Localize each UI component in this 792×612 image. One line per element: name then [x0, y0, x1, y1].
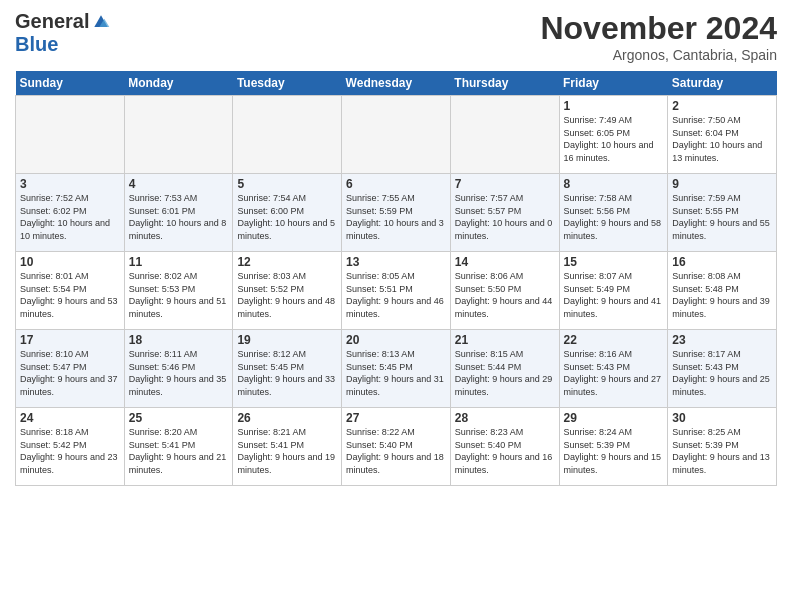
- calendar-day: 5Sunrise: 7:54 AM Sunset: 6:00 PM Daylig…: [233, 174, 342, 252]
- day-info: Sunrise: 7:59 AM Sunset: 5:55 PM Dayligh…: [672, 192, 772, 242]
- calendar-day: [124, 96, 233, 174]
- location: Argonos, Cantabria, Spain: [540, 47, 777, 63]
- day-number: 13: [346, 255, 446, 269]
- day-info: Sunrise: 7:50 AM Sunset: 6:04 PM Dayligh…: [672, 114, 772, 164]
- day-info: Sunrise: 8:18 AM Sunset: 5:42 PM Dayligh…: [20, 426, 120, 476]
- day-number: 21: [455, 333, 555, 347]
- day-info: Sunrise: 8:08 AM Sunset: 5:48 PM Dayligh…: [672, 270, 772, 320]
- day-info: Sunrise: 8:22 AM Sunset: 5:40 PM Dayligh…: [346, 426, 446, 476]
- calendar-day: 17Sunrise: 8:10 AM Sunset: 5:47 PM Dayli…: [16, 330, 125, 408]
- day-info: Sunrise: 8:02 AM Sunset: 5:53 PM Dayligh…: [129, 270, 229, 320]
- day-number: 5: [237, 177, 337, 191]
- col-tuesday: Tuesday: [233, 71, 342, 96]
- day-info: Sunrise: 8:20 AM Sunset: 5:41 PM Dayligh…: [129, 426, 229, 476]
- calendar-week-1: 1Sunrise: 7:49 AM Sunset: 6:05 PM Daylig…: [16, 96, 777, 174]
- calendar-day: 13Sunrise: 8:05 AM Sunset: 5:51 PM Dayli…: [342, 252, 451, 330]
- day-info: Sunrise: 8:10 AM Sunset: 5:47 PM Dayligh…: [20, 348, 120, 398]
- col-sunday: Sunday: [16, 71, 125, 96]
- day-number: 16: [672, 255, 772, 269]
- logo-icon: [91, 12, 111, 32]
- col-wednesday: Wednesday: [342, 71, 451, 96]
- day-info: Sunrise: 8:17 AM Sunset: 5:43 PM Dayligh…: [672, 348, 772, 398]
- calendar-day: 27Sunrise: 8:22 AM Sunset: 5:40 PM Dayli…: [342, 408, 451, 486]
- calendar-day: 28Sunrise: 8:23 AM Sunset: 5:40 PM Dayli…: [450, 408, 559, 486]
- calendar-week-2: 3Sunrise: 7:52 AM Sunset: 6:02 PM Daylig…: [16, 174, 777, 252]
- day-number: 9: [672, 177, 772, 191]
- col-thursday: Thursday: [450, 71, 559, 96]
- day-number: 4: [129, 177, 229, 191]
- day-info: Sunrise: 7:57 AM Sunset: 5:57 PM Dayligh…: [455, 192, 555, 242]
- month-title: November 2024: [540, 10, 777, 47]
- day-number: 20: [346, 333, 446, 347]
- day-number: 8: [564, 177, 664, 191]
- day-number: 2: [672, 99, 772, 113]
- day-number: 11: [129, 255, 229, 269]
- day-info: Sunrise: 8:12 AM Sunset: 5:45 PM Dayligh…: [237, 348, 337, 398]
- day-info: Sunrise: 7:52 AM Sunset: 6:02 PM Dayligh…: [20, 192, 120, 242]
- calendar-day: 2Sunrise: 7:50 AM Sunset: 6:04 PM Daylig…: [668, 96, 777, 174]
- day-info: Sunrise: 7:58 AM Sunset: 5:56 PM Dayligh…: [564, 192, 664, 242]
- day-info: Sunrise: 7:49 AM Sunset: 6:05 PM Dayligh…: [564, 114, 664, 164]
- calendar-day: 30Sunrise: 8:25 AM Sunset: 5:39 PM Dayli…: [668, 408, 777, 486]
- day-info: Sunrise: 7:53 AM Sunset: 6:01 PM Dayligh…: [129, 192, 229, 242]
- calendar-day: 12Sunrise: 8:03 AM Sunset: 5:52 PM Dayli…: [233, 252, 342, 330]
- logo-blue-text: Blue: [15, 33, 58, 56]
- day-info: Sunrise: 8:23 AM Sunset: 5:40 PM Dayligh…: [455, 426, 555, 476]
- day-info: Sunrise: 8:24 AM Sunset: 5:39 PM Dayligh…: [564, 426, 664, 476]
- day-info: Sunrise: 8:21 AM Sunset: 5:41 PM Dayligh…: [237, 426, 337, 476]
- calendar-day: 11Sunrise: 8:02 AM Sunset: 5:53 PM Dayli…: [124, 252, 233, 330]
- calendar-week-3: 10Sunrise: 8:01 AM Sunset: 5:54 PM Dayli…: [16, 252, 777, 330]
- day-info: Sunrise: 7:55 AM Sunset: 5:59 PM Dayligh…: [346, 192, 446, 242]
- calendar-day: 3Sunrise: 7:52 AM Sunset: 6:02 PM Daylig…: [16, 174, 125, 252]
- day-info: Sunrise: 8:01 AM Sunset: 5:54 PM Dayligh…: [20, 270, 120, 320]
- calendar-day: 7Sunrise: 7:57 AM Sunset: 5:57 PM Daylig…: [450, 174, 559, 252]
- calendar-day: 18Sunrise: 8:11 AM Sunset: 5:46 PM Dayli…: [124, 330, 233, 408]
- logo-general: General: [15, 10, 89, 33]
- day-number: 15: [564, 255, 664, 269]
- calendar-day: 9Sunrise: 7:59 AM Sunset: 5:55 PM Daylig…: [668, 174, 777, 252]
- day-info: Sunrise: 8:05 AM Sunset: 5:51 PM Dayligh…: [346, 270, 446, 320]
- day-info: Sunrise: 8:07 AM Sunset: 5:49 PM Dayligh…: [564, 270, 664, 320]
- col-saturday: Saturday: [668, 71, 777, 96]
- calendar-week-4: 17Sunrise: 8:10 AM Sunset: 5:47 PM Dayli…: [16, 330, 777, 408]
- day-info: Sunrise: 8:16 AM Sunset: 5:43 PM Dayligh…: [564, 348, 664, 398]
- day-number: 18: [129, 333, 229, 347]
- calendar-day: 23Sunrise: 8:17 AM Sunset: 5:43 PM Dayli…: [668, 330, 777, 408]
- day-info: Sunrise: 8:15 AM Sunset: 5:44 PM Dayligh…: [455, 348, 555, 398]
- calendar-day: 1Sunrise: 7:49 AM Sunset: 6:05 PM Daylig…: [559, 96, 668, 174]
- day-number: 3: [20, 177, 120, 191]
- day-number: 30: [672, 411, 772, 425]
- day-info: Sunrise: 8:03 AM Sunset: 5:52 PM Dayligh…: [237, 270, 337, 320]
- day-number: 29: [564, 411, 664, 425]
- header: General Blue November 2024 Argonos, Cant…: [15, 10, 777, 63]
- logo-text: General: [15, 10, 111, 33]
- day-number: 10: [20, 255, 120, 269]
- page-container: General Blue November 2024 Argonos, Cant…: [0, 0, 792, 496]
- calendar-day: 15Sunrise: 8:07 AM Sunset: 5:49 PM Dayli…: [559, 252, 668, 330]
- col-monday: Monday: [124, 71, 233, 96]
- day-number: 25: [129, 411, 229, 425]
- calendar-day: 29Sunrise: 8:24 AM Sunset: 5:39 PM Dayli…: [559, 408, 668, 486]
- calendar-day: 10Sunrise: 8:01 AM Sunset: 5:54 PM Dayli…: [16, 252, 125, 330]
- day-info: Sunrise: 8:11 AM Sunset: 5:46 PM Dayligh…: [129, 348, 229, 398]
- day-number: 6: [346, 177, 446, 191]
- calendar-week-5: 24Sunrise: 8:18 AM Sunset: 5:42 PM Dayli…: [16, 408, 777, 486]
- day-number: 24: [20, 411, 120, 425]
- calendar-day: 20Sunrise: 8:13 AM Sunset: 5:45 PM Dayli…: [342, 330, 451, 408]
- day-number: 23: [672, 333, 772, 347]
- calendar-day: 8Sunrise: 7:58 AM Sunset: 5:56 PM Daylig…: [559, 174, 668, 252]
- logo: General Blue: [15, 10, 111, 56]
- day-number: 17: [20, 333, 120, 347]
- day-info: Sunrise: 8:06 AM Sunset: 5:50 PM Dayligh…: [455, 270, 555, 320]
- day-number: 19: [237, 333, 337, 347]
- day-number: 27: [346, 411, 446, 425]
- day-info: Sunrise: 7:54 AM Sunset: 6:00 PM Dayligh…: [237, 192, 337, 242]
- day-number: 14: [455, 255, 555, 269]
- day-number: 22: [564, 333, 664, 347]
- calendar-day: 14Sunrise: 8:06 AM Sunset: 5:50 PM Dayli…: [450, 252, 559, 330]
- calendar-day: 25Sunrise: 8:20 AM Sunset: 5:41 PM Dayli…: [124, 408, 233, 486]
- calendar-day: 16Sunrise: 8:08 AM Sunset: 5:48 PM Dayli…: [668, 252, 777, 330]
- calendar-day: 26Sunrise: 8:21 AM Sunset: 5:41 PM Dayli…: [233, 408, 342, 486]
- calendar-day: 21Sunrise: 8:15 AM Sunset: 5:44 PM Dayli…: [450, 330, 559, 408]
- col-friday: Friday: [559, 71, 668, 96]
